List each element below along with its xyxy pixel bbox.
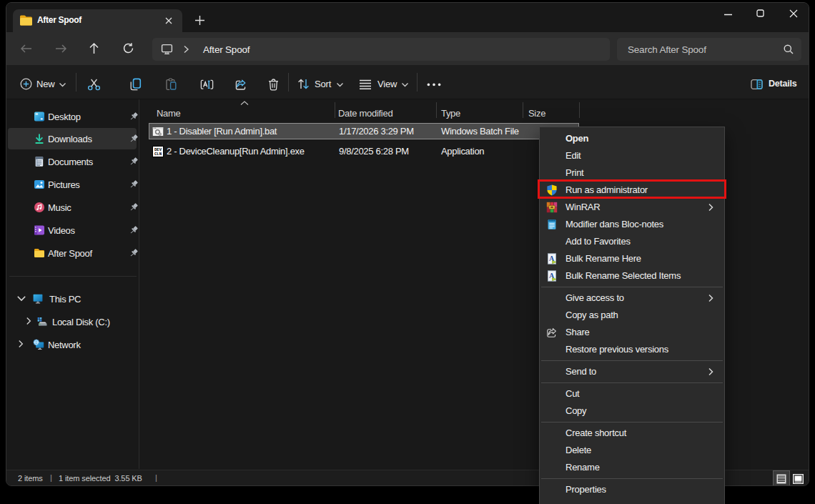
svg-text:A: A: [549, 255, 555, 262]
svg-text:A: A: [549, 272, 555, 280]
svg-text:CLN: CLN: [154, 152, 162, 157]
